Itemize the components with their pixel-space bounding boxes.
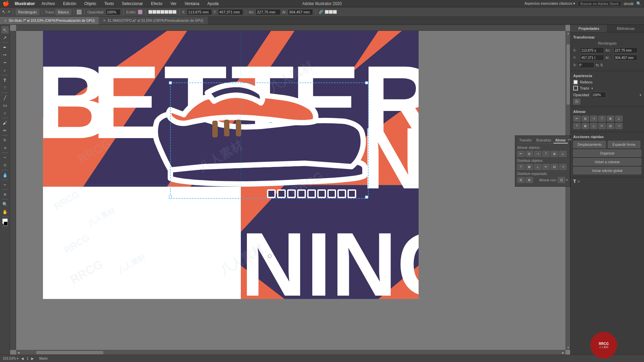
dist-top-btn[interactable]: ⊤ <box>573 123 581 129</box>
aobj-top[interactable]: ⊤ <box>542 151 550 157</box>
nav-next[interactable]: ▶ <box>31 357 34 360</box>
tool-ellipse[interactable]: ○ <box>1 109 9 117</box>
scroll-up-arrow[interactable]: ▲ <box>566 31 570 36</box>
tool-free-transform[interactable]: ⊡ <box>1 162 9 169</box>
tool-warp[interactable]: 〜 <box>1 154 9 161</box>
aobj-left[interactable]: ⊢ <box>517 151 525 157</box>
rotate-input[interactable] <box>578 62 594 68</box>
dist-right-btn[interactable]: ⊣ <box>615 123 623 129</box>
alinear-tab-transfor[interactable]: Transfor. <box>517 138 534 143</box>
opacidad-input[interactable] <box>591 92 606 98</box>
tool-zoom[interactable]: 🔍 <box>1 200 9 208</box>
trazo-style[interactable]: Básico <box>55 9 71 15</box>
dobj-2[interactable]: ⊠ <box>526 164 533 170</box>
tool-direct-select[interactable]: ↗ <box>1 34 9 41</box>
flip-h-icon[interactable]: ⇆ <box>596 63 599 67</box>
dobj-6[interactable]: ⊣ <box>559 164 567 170</box>
artboard[interactable]: B E T T E R N N <box>16 31 566 350</box>
menu-ver[interactable]: Ver <box>169 1 178 6</box>
scroll-right-arrow[interactable]: ▶ <box>561 350 566 355</box>
menu-texto[interactable]: Texto <box>103 1 115 6</box>
direct-select-icon[interactable]: ↗ <box>7 10 10 14</box>
align-right-btn[interactable]: ⊣ <box>590 116 597 122</box>
dist-left-btn[interactable]: ⊢ <box>598 123 606 129</box>
align-center-h-btn[interactable]: ⊟ <box>582 116 589 122</box>
tool-type[interactable]: T <box>1 76 9 84</box>
tool-rect[interactable]: ▭ <box>1 102 9 109</box>
vscroll-thumb[interactable] <box>567 44 570 105</box>
canvas-area[interactable]: B E T T E R N N <box>10 25 570 355</box>
alinear-con-arrow[interactable]: ▾ <box>566 178 568 182</box>
tool-rotate[interactable]: ↻ <box>1 136 9 144</box>
apple-menu[interactable]: 🍎 <box>3 0 9 7</box>
align-center-v-btn[interactable]: ⊞ <box>607 116 614 122</box>
aobj-right[interactable]: ⊣ <box>534 151 541 157</box>
zoom-display[interactable]: 103,53% ▾ <box>3 357 18 360</box>
scroll-left-arrow[interactable]: ◀ <box>16 350 21 355</box>
trazo-expand[interactable]: ▾ <box>640 93 641 97</box>
alinear-menu[interactable]: ≡ <box>570 138 572 143</box>
nav-prev[interactable]: ◀ <box>21 357 24 360</box>
an-input[interactable] <box>256 9 281 15</box>
tool-line[interactable]: ╱ <box>1 94 9 101</box>
menu-objeto[interactable]: Objeto <box>83 1 97 6</box>
fx-button[interactable]: fx <box>573 99 580 105</box>
tab-1-close[interactable]: ✕ <box>4 19 7 22</box>
tool-anchor-convert[interactable]: ↙ <box>1 67 9 74</box>
an-input-panel[interactable] <box>613 47 638 53</box>
dobj-4[interactable]: ⊢ <box>542 164 550 170</box>
scroll-down-arrow[interactable]: ▼ <box>566 345 570 350</box>
tab-2[interactable]: ✕ EL IMAGOTIPO.ai* al 33,33% (CMYK/Previ… <box>99 17 208 24</box>
tool-hand[interactable]: ✋ <box>1 208 9 216</box>
zoom-dropdown[interactable]: ▾ <box>17 357 18 360</box>
selection-tool-icon[interactable]: ↖ <box>2 9 6 14</box>
y-input[interactable] <box>218 9 243 15</box>
estilo-swatch[interactable] <box>138 10 143 14</box>
menu-edicion[interactable]: Edición <box>62 1 77 6</box>
alinear-tab-alinear[interactable]: Alinear <box>553 138 568 143</box>
aobj-bottom[interactable]: ⊥ <box>559 151 567 157</box>
tab-propiedades[interactable]: Propiedades <box>571 25 607 32</box>
tab-2-close[interactable]: ✕ <box>103 19 106 22</box>
menu-ayuda[interactable]: Ayuda <box>206 1 220 6</box>
circle-icon-panel[interactable]: ○ <box>578 179 580 184</box>
menu-seleccionar[interactable]: Seleccionar <box>120 1 144 6</box>
align-bottom-btn[interactable]: ⊥ <box>615 116 623 122</box>
dobj-5[interactable]: ⊟ <box>551 164 558 170</box>
desp-1[interactable]: ⊟ <box>517 177 525 183</box>
alinear-con-btn[interactable]: ⊡ <box>558 177 565 183</box>
tool-pen[interactable]: ✒ <box>1 44 9 51</box>
tool-artboard[interactable]: ⊞ <box>1 191 9 198</box>
tool-screen-mode[interactable]: ⬛ <box>1 228 9 235</box>
tool-area-type[interactable]: ⊤ <box>1 84 9 92</box>
vertical-scrollbar[interactable]: ▲ ▼ <box>566 31 570 350</box>
tool-scale[interactable]: ⇲ <box>1 144 9 152</box>
align-top-btn[interactable]: ⊤ <box>598 116 606 122</box>
menu-ventana[interactable]: Ventana <box>183 1 201 6</box>
hscroll-thumb[interactable] <box>36 351 103 354</box>
search-icon[interactable]: 🔍 <box>636 1 641 6</box>
tool-eyedropper[interactable]: 💧 <box>1 171 9 179</box>
al-input[interactable] <box>288 9 313 15</box>
trazo-swatch[interactable] <box>573 86 578 90</box>
tab-1[interactable]: ✕ Sin título-7* al 103,53% (CMYK/Previsu… <box>0 17 99 24</box>
x-input-panel[interactable] <box>580 47 604 53</box>
align-left-btn[interactable]: ⊢ <box>573 116 581 122</box>
tool-select[interactable]: ↖ <box>1 26 9 34</box>
tool-add-anchor[interactable]: +✒ <box>1 51 9 59</box>
expandir-btn[interactable]: Expandir forma <box>608 141 640 148</box>
horizontal-scrollbar[interactable]: ◀ ▶ <box>16 350 566 355</box>
flip-v-icon[interactable]: ⇅ <box>600 63 603 67</box>
desp-2[interactable]: ⊞ <box>526 177 533 183</box>
stroke-swatch[interactable] <box>77 10 82 14</box>
desplazamiento-btn[interactable]: Desplazamiento <box>573 141 606 148</box>
opacity-input[interactable] <box>106 9 121 15</box>
al-input-panel[interactable] <box>613 55 638 61</box>
menu-efecto[interactable]: Efecto <box>150 1 164 6</box>
link-icon[interactable]: 🔗 <box>319 10 323 14</box>
dobj-3[interactable]: ⊥ <box>534 164 541 170</box>
tab-bibliotecas[interactable]: Bibliotecas <box>607 25 644 32</box>
relleno-swatch[interactable] <box>573 80 578 84</box>
text-icon-panel[interactable]: T <box>573 179 576 184</box>
tool-del-anchor[interactable]: -✒ <box>1 59 9 66</box>
